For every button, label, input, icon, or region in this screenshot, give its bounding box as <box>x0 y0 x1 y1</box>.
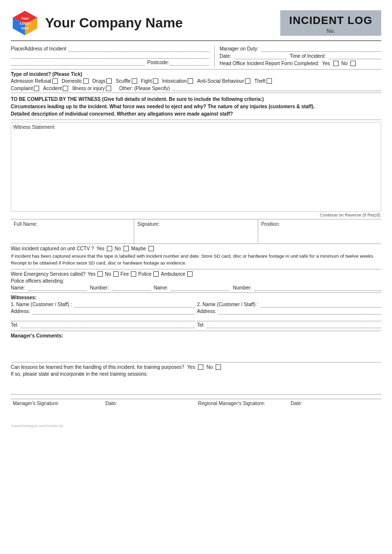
full-name-field[interactable] <box>14 228 131 241</box>
witness-address-row2 <box>11 315 381 321</box>
emergency-no-checkbox[interactable] <box>113 271 119 277</box>
emergency-fire-label: Fire <box>121 271 129 277</box>
lessons-section: Can lessons be learned from the handling… <box>11 362 381 395</box>
emergency-no-label: No <box>105 271 111 277</box>
date2-field[interactable] <box>291 406 379 421</box>
cb-accident-box[interactable] <box>63 86 68 91</box>
cctv-question: Was incident captured on unit CCTV ? <box>11 246 94 251</box>
date1-cell: Date: <box>103 399 196 422</box>
head-office-label: Head Office Incident Report Form Complet… <box>220 61 319 66</box>
witness-address1-label: Address: <box>11 309 30 314</box>
cb-fight: Fight <box>141 78 158 84</box>
date1-field[interactable] <box>105 406 194 421</box>
cb-complaint: Complaint <box>11 86 39 91</box>
continue-text: Continue on Reverse (if Req'd) <box>11 212 381 219</box>
cb-admission-refusal: Admission Refusal <box>11 78 58 84</box>
witness-address-row: Address: Address: <box>11 309 381 314</box>
officers-label: Police officers attending: <box>11 278 381 284</box>
lessons-area[interactable] <box>11 378 381 393</box>
cctv-section: Was incident captured on unit CCTV ? Yes… <box>11 244 381 269</box>
address-section: Place/Address of Incident Postcode: Mana… <box>11 44 381 70</box>
witness-address2-col2 <box>197 315 381 321</box>
footer-text: TradesPrintingUK.com©credits list <box>11 424 63 428</box>
witness-name2-col: 2. Name (Customer / Staff) : <box>197 302 381 308</box>
address-left: Place/Address of Incident Postcode: <box>11 46 215 68</box>
cb-illness-box[interactable] <box>106 86 111 91</box>
manager-sig-label: Manager's Signature: <box>13 401 101 406</box>
cb-antisocial-box[interactable] <box>245 78 250 84</box>
date1-label: Date: <box>105 401 194 406</box>
final-signature-row: Manager's Signature: Date: Regional Mana… <box>11 399 381 422</box>
witnesses-section: Witnesses: 1. Name (Customer / Staff) : … <box>11 293 381 331</box>
date2-label: Date: <box>291 401 379 406</box>
full-name-cell: Full Name: <box>11 219 134 243</box>
incident-log-title: INCIDENT LOG <box>289 14 372 27</box>
yes-checkbox-ho[interactable] <box>333 61 339 66</box>
lessons-followup: If so, please state and incorporate in t… <box>11 371 381 377</box>
cb-drugs-box[interactable] <box>106 78 112 84</box>
signature-label: Signature: <box>137 221 254 227</box>
cb-scuffle-box[interactable] <box>132 78 137 84</box>
cctv-row: Was incident captured on unit CCTV ? Yes… <box>11 246 381 251</box>
emergency-yes-checkbox[interactable] <box>98 271 103 277</box>
name1-label: Name: <box>11 285 25 290</box>
statement-label: Witness Statement <box>13 124 379 130</box>
cb-accident: Accident <box>43 86 68 91</box>
statement-content-area[interactable] <box>13 131 379 209</box>
lessons-question: Can lessons be learned from the handling… <box>11 364 184 370</box>
lessons-yes-checkbox[interactable] <box>198 364 203 370</box>
cctv-no-checkbox[interactable] <box>123 246 129 251</box>
regional-sig-field[interactable] <box>198 406 287 421</box>
signature-field[interactable] <box>137 228 254 241</box>
logo: Your LOGO here <box>11 9 39 37</box>
footer: TradesPrintingUK.com©credits list <box>11 424 381 428</box>
emergency-question: Were Emergency Services called? <box>11 271 86 277</box>
incident-type-row1: Admission Refusal Domestic Drugs Scuffle… <box>11 78 381 84</box>
emergency-police-checkbox[interactable] <box>153 271 159 277</box>
regional-sig-label: Regional Manager's Signature: <box>198 401 287 406</box>
other-label: Other: (Please Specify) <box>119 86 170 91</box>
emergency-ambulance-checkbox[interactable] <box>187 271 193 277</box>
lessons-no-checkbox[interactable] <box>216 364 221 370</box>
cctv-info-text: If incident has been captured ensure tha… <box>11 253 381 267</box>
cb-complaint-box[interactable] <box>34 86 39 91</box>
emergency-fire-checkbox[interactable] <box>131 271 136 277</box>
cctv-no-label: No <box>115 246 121 251</box>
witness-name-row: 1. Name (Customer / Staff) : 2. Name (Cu… <box>11 302 381 308</box>
witness-name1-col: 1. Name (Customer / Staff) : <box>11 302 195 308</box>
position-field[interactable] <box>261 228 378 241</box>
svg-text:Your: Your <box>21 17 29 20</box>
incident-log-no: No. <box>289 28 372 34</box>
emergency-row: Were Emergency Services called? Yes No F… <box>11 271 381 277</box>
name2-label: Name: <box>154 285 168 290</box>
signature-cell: Signature: <box>134 219 258 243</box>
witness-tel1-col: Tel: <box>11 322 195 328</box>
date2-cell: Date: <box>289 399 381 422</box>
cctv-maybe-checkbox[interactable] <box>148 246 154 251</box>
place-label: Place/Address of Incident <box>11 46 66 51</box>
header: Your LOGO here Your Company Name INCIDEN… <box>11 9 381 41</box>
witness-name1-label: 1. Name (Customer / Staff) : <box>11 302 72 307</box>
position-label: Position: <box>261 221 378 227</box>
yes-label-ho: Yes <box>322 61 330 66</box>
manager-section: Manager's Comments: <box>11 331 381 362</box>
cb-fight-box[interactable] <box>153 78 158 84</box>
no-checkbox-ho[interactable] <box>350 61 356 66</box>
incident-log-box: INCIDENT LOG No. <box>280 10 381 36</box>
postcode-label: Postcode: <box>147 60 169 65</box>
cb-admission-refusal-box[interactable] <box>52 78 58 84</box>
manager-sig-field[interactable] <box>13 406 101 421</box>
manager-comments-area[interactable] <box>11 338 381 361</box>
wi-line3: Detailed description of individual conce… <box>11 111 233 117</box>
cb-theft: Theft <box>254 78 272 84</box>
cb-domestic-box[interactable] <box>83 78 89 84</box>
witness-address1-col: Address: <box>11 309 195 314</box>
witness-name2-label: 2. Name (Customer / Staff) : <box>197 302 258 307</box>
company-name: Your Company Name <box>45 15 280 31</box>
cb-theft-box[interactable] <box>267 78 272 84</box>
date-label: Date: <box>220 53 231 59</box>
cb-scuffle: Scuffle <box>116 78 137 84</box>
emergency-ambulance-label: Ambulance <box>161 271 185 277</box>
cb-intoxication-box[interactable] <box>188 78 193 84</box>
cctv-yes-checkbox[interactable] <box>107 246 112 251</box>
